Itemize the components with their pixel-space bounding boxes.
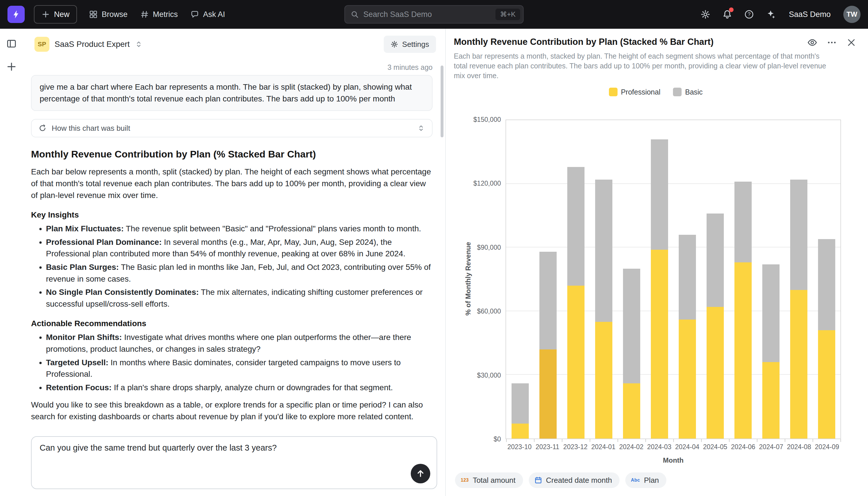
close-button[interactable] — [845, 36, 858, 49]
help-icon: ? — [744, 10, 754, 19]
x-tick-mark — [785, 439, 785, 442]
insight-item: Plan Mix Fluctuates: The revenue split b… — [46, 223, 433, 235]
settings-nav-button[interactable] — [696, 4, 715, 24]
segment-basic[interactable] — [707, 214, 724, 307]
notifications-button[interactable] — [718, 4, 737, 24]
bar-2024-05[interactable] — [707, 120, 724, 438]
composer-input[interactable]: Can you give the same trend but quarterl… — [32, 437, 437, 470]
chart-legend: ProfessionalBasic — [454, 87, 858, 96]
x-tick-mark — [840, 439, 841, 442]
segment-basic[interactable] — [651, 139, 668, 250]
how-built-toggle[interactable]: How this chart was built — [31, 119, 433, 137]
send-button[interactable] — [411, 464, 430, 483]
bar-2024-03[interactable] — [651, 120, 668, 438]
field-pill-plan[interactable]: AbcPlan — [625, 472, 666, 488]
chat-header: SP SaaS Product Expert Settings — [23, 29, 445, 59]
x-tick-label: 2023-12 — [562, 443, 590, 451]
more-options-button[interactable] — [825, 36, 838, 49]
bar-2024-04[interactable] — [679, 120, 696, 438]
recommendation-lead: Retention Focus: — [46, 383, 112, 392]
bar-2023-11[interactable] — [540, 120, 557, 438]
segment-basic[interactable] — [567, 167, 584, 286]
segment-professional[interactable] — [679, 320, 696, 438]
app-logo[interactable] — [7, 6, 25, 23]
agent-settings-button[interactable]: Settings — [384, 36, 436, 53]
insight-lead: Professional Plan Dominance: — [46, 238, 162, 247]
segment-basic[interactable] — [623, 269, 640, 383]
preview-button[interactable] — [806, 36, 819, 49]
x-tick-label: 2023-10 — [505, 443, 533, 451]
segment-basic[interactable] — [818, 239, 835, 330]
segment-professional[interactable] — [623, 383, 640, 438]
legend-label: Professional — [621, 88, 661, 96]
agent-selector[interactable]: SP SaaS Product Expert — [31, 36, 146, 53]
bar-2023-10[interactable] — [512, 120, 529, 438]
plus-icon — [6, 62, 17, 72]
segment-professional[interactable] — [567, 286, 584, 438]
insight-lead: Basic Plan Surges: — [46, 263, 119, 272]
field-pill-label: Plan — [644, 476, 659, 485]
bar-2024-09[interactable] — [818, 120, 835, 438]
segment-professional[interactable] — [735, 262, 752, 438]
user-avatar[interactable]: TW — [843, 6, 861, 23]
svg-text:?: ? — [748, 12, 751, 17]
segment-professional[interactable] — [651, 250, 668, 438]
segment-professional[interactable] — [818, 330, 835, 438]
field-pill-total-amount[interactable]: 123Total amount — [455, 472, 523, 488]
nav-item-metrics[interactable]: Metrics — [134, 5, 184, 24]
y-axis-labels: $0$30,000$60,000$90,000$120,000$150,000 — [454, 120, 501, 439]
bar-2024-06[interactable] — [735, 120, 752, 438]
segment-basic[interactable] — [762, 264, 779, 362]
segment-basic[interactable] — [679, 235, 696, 320]
chart-title: Monthly Revenue Contribution by Plan (St… — [454, 36, 713, 48]
sparkles-icon — [766, 10, 776, 19]
segment-basic[interactable] — [735, 182, 752, 262]
assistant-article-title: Monthly Revenue Contribution by Plan (% … — [31, 148, 433, 160]
eye-icon — [807, 38, 817, 47]
bar-2023-12[interactable] — [567, 120, 584, 438]
agent-settings-label: Settings — [402, 40, 429, 49]
segment-basic[interactable] — [595, 180, 612, 322]
segment-professional[interactable] — [707, 307, 724, 438]
bar-slot — [590, 120, 617, 438]
segment-professional[interactable] — [790, 290, 807, 438]
help-button[interactable]: ? — [739, 4, 759, 24]
segment-professional[interactable] — [595, 322, 612, 438]
new-thread-button[interactable] — [5, 60, 18, 74]
gear-icon — [391, 41, 398, 48]
bar-2024-02[interactable] — [623, 120, 640, 438]
plus-icon — [42, 10, 50, 19]
ai-sparkles-button[interactable] — [761, 4, 781, 24]
bar-2024-07[interactable] — [762, 120, 779, 438]
sidebar-toggle-button[interactable] — [5, 37, 18, 50]
segment-professional[interactable] — [540, 350, 557, 438]
insight-item: Professional Plan Dominance: In several … — [46, 236, 433, 260]
nav-item-browse[interactable]: Browse — [83, 5, 134, 24]
bar-2024-08[interactable] — [790, 120, 807, 438]
legend-swatch — [673, 88, 681, 96]
segment-basic[interactable] — [540, 252, 557, 350]
chat-scrollbar[interactable] — [440, 65, 444, 137]
legend-item-basic[interactable]: Basic — [673, 87, 703, 96]
segment-professional[interactable] — [512, 423, 529, 438]
x-tick-label: 2024-03 — [645, 443, 673, 451]
assistant-intro: Each bar below represents a month, split… — [31, 166, 433, 201]
left-rail — [0, 29, 23, 496]
org-switcher[interactable]: SaaS Demo — [783, 10, 836, 19]
chat-bubble-icon — [190, 10, 199, 19]
new-button[interactable]: New — [34, 5, 77, 24]
bar-2024-01[interactable] — [595, 120, 612, 438]
field-pill-label: Created date month — [546, 476, 612, 485]
field-pill-created-date-month[interactable]: Created date month — [529, 472, 620, 488]
recommendation-lead: Targeted Upsell: — [46, 358, 108, 367]
segment-basic[interactable] — [790, 180, 807, 290]
message-composer[interactable]: Can you give the same trend but quarterl… — [31, 436, 437, 489]
segment-professional[interactable] — [762, 362, 779, 438]
nav-item-ask-ai[interactable]: Ask AI — [184, 5, 231, 24]
global-search-input[interactable]: Search SaaS Demo ⌘+K — [344, 5, 524, 24]
field-pills: 123Total amountCreated date monthAbcPlan — [455, 472, 666, 488]
hash-icon — [140, 10, 149, 19]
recommendation-item: Retention Focus: If a plan's share drops… — [46, 382, 433, 394]
segment-basic[interactable] — [512, 383, 529, 423]
legend-item-professional[interactable]: Professional — [609, 87, 661, 96]
